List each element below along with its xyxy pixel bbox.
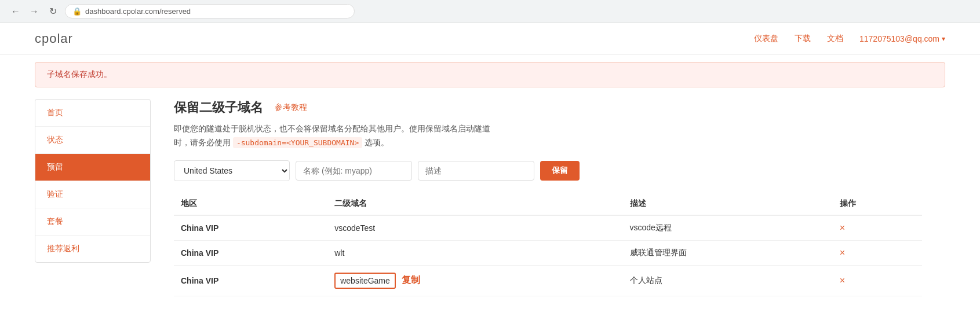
row2-subdomain: wlt <box>327 240 622 265</box>
code-hint: -subdomain=<YOUR_SUBDOMAIN> <box>233 137 362 148</box>
table-row: China VIP vscodeTest vscode远程 × <box>174 215 922 241</box>
success-message: 子域名保存成功。 <box>47 69 112 79</box>
sidebar-item-home[interactable]: 首页 <box>35 100 150 127</box>
row3-desc: 个人站点 <box>623 265 833 296</box>
row2-region: China VIP <box>181 248 218 258</box>
back-button[interactable]: ← <box>9 5 22 18</box>
desc-end: 选项。 <box>365 138 389 147</box>
desc-input[interactable] <box>418 161 534 181</box>
row3-subdomain: websiteGame <box>334 273 396 289</box>
col-desc: 描述 <box>623 193 833 215</box>
sidebar-item-reserved[interactable]: 预留 <box>35 154 150 181</box>
logo: cpolar <box>35 31 73 46</box>
row3-delete-button[interactable]: × <box>840 275 845 286</box>
sidebar-item-verify[interactable]: 验证 <box>35 181 150 208</box>
success-banner: 子域名保存成功。 <box>35 62 945 87</box>
reload-button[interactable]: ↻ <box>46 5 59 18</box>
desc-line1: 即使您的隧道处于脱机状态，也不会将保留域名分配给其他用户。使用保留域名启动隧道 <box>174 124 490 133</box>
sidebar-item-plan[interactable]: 套餐 <box>35 208 150 236</box>
col-region: 地区 <box>174 193 327 215</box>
sidebar-item-referral[interactable]: 推荐返利 <box>35 236 150 262</box>
address-bar[interactable]: 🔒 dashboard.cpolar.com/reserved <box>65 4 355 19</box>
browser-chrome: ← → ↻ 🔒 dashboard.cpolar.com/reserved <box>0 0 980 23</box>
url-text: dashboard.cpolar.com/reserved <box>85 7 191 16</box>
region-select[interactable]: United States China VIP China <box>174 160 290 181</box>
lock-icon: 🔒 <box>72 7 82 16</box>
name-input[interactable] <box>296 161 412 181</box>
data-table: 地区 二级域名 描述 操作 China VIP vscodeTest vscod… <box>174 193 922 296</box>
row2-desc: 威联通管理界面 <box>623 240 833 265</box>
section-header: 保留二级子域名 参考教程 <box>174 99 922 116</box>
row1-subdomain: vscodeTest <box>327 215 622 241</box>
row1-region: China VIP <box>181 223 218 233</box>
forward-button[interactable]: → <box>28 5 41 18</box>
nav-links: 仪表盘 下载 文档 1172075103@qq.com <box>754 34 945 44</box>
table-row: China VIP websiteGame 复制 个人站点 × <box>174 265 922 296</box>
desc-line2: 时，请务必使用 <box>174 138 231 147</box>
top-nav: cpolar 仪表盘 下载 文档 1172075103@qq.com <box>0 23 980 55</box>
page-section: 保留二级子域名 参考教程 即使您的隧道处于脱机状态，也不会将保留域名分配给其他用… <box>151 99 945 296</box>
main-content: 首页 状态 预留 验证 套餐 推荐返利 保留二级子域名 参考教程 即使您的隧道处… <box>0 87 980 308</box>
col-subdomain: 二级域名 <box>327 193 622 215</box>
row3-region: China VIP <box>181 276 218 285</box>
nav-dashboard[interactable]: 仪表盘 <box>754 34 778 44</box>
nav-docs[interactable]: 文档 <box>827 34 843 44</box>
table-row: China VIP wlt 威联通管理界面 × <box>174 240 922 265</box>
form-row: United States China VIP China 保留 <box>174 160 922 181</box>
section-desc: 即使您的隧道处于脱机状态，也不会将保留域名分配给其他用户。使用保留域名启动隧道 … <box>174 122 922 150</box>
save-button[interactable]: 保留 <box>540 161 580 181</box>
row1-delete-button[interactable]: × <box>840 223 845 233</box>
row3-subdomain-cell: websiteGame 复制 <box>334 273 615 289</box>
nav-user-menu[interactable]: 1172075103@qq.com <box>859 34 945 43</box>
nav-download[interactable]: 下载 <box>795 34 811 44</box>
sidebar-item-status[interactable]: 状态 <box>35 127 150 154</box>
copy-button[interactable]: 复制 <box>402 274 420 286</box>
col-action: 操作 <box>833 193 922 215</box>
row1-desc: vscode远程 <box>623 215 833 241</box>
sidebar: 首页 状态 预留 验证 套餐 推荐返利 <box>35 99 151 263</box>
ref-link[interactable]: 参考教程 <box>275 102 307 113</box>
row2-delete-button[interactable]: × <box>840 248 845 258</box>
section-title: 保留二级子域名 <box>174 99 263 116</box>
